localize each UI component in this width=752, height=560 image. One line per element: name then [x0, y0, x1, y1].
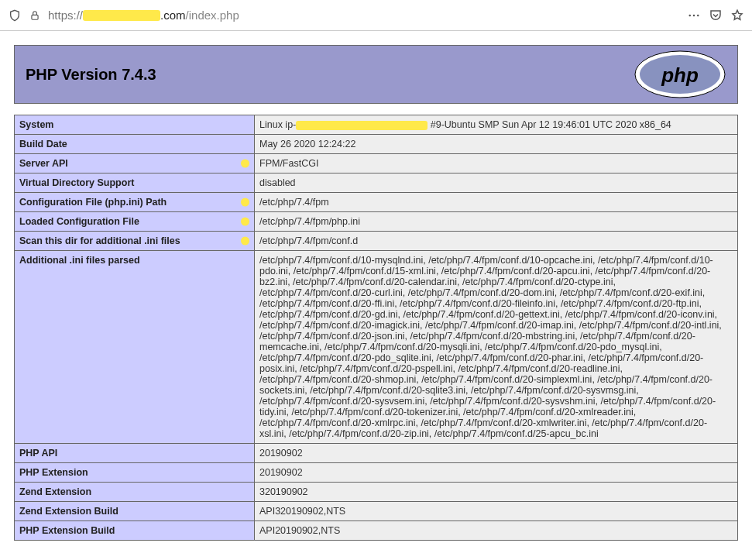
svg-rect-0	[32, 15, 38, 19]
row-value: Linux ip- #9-Ubuntu SMP Sun Apr 12 19:46…	[255, 115, 738, 135]
row-key: PHP API	[15, 444, 255, 463]
php-logo-icon: php	[634, 50, 726, 99]
table-row: Build DateMay 26 2020 12:24:22	[15, 135, 738, 154]
url-protocol: https://	[48, 9, 83, 22]
page-title: PHP Version 7.4.3	[26, 66, 156, 84]
row-value: API320190902,NTS	[255, 502, 738, 521]
row-key: Zend Extension	[15, 483, 255, 502]
svg-point-3	[697, 14, 699, 16]
row-key: Scan this dir for additional .ini files	[15, 232, 255, 251]
shield-icon[interactable]	[8, 9, 22, 22]
more-icon[interactable]	[687, 9, 701, 22]
bookmark-star-icon[interactable]	[730, 9, 744, 22]
page-content: PHP Version 7.4.3 php SystemLinux ip- #9…	[0, 31, 752, 555]
row-value: 320190902	[255, 483, 738, 502]
row-key: Configuration File (php.ini) Path	[15, 193, 255, 212]
table-row: Zend Extension320190902	[15, 483, 738, 502]
url-host-suffix: .com	[160, 9, 186, 22]
row-value: /etc/php/7.4/fpm/php.ini	[255, 212, 738, 232]
highlight-dot-icon	[241, 237, 249, 246]
row-value: /etc/php/7.4/fpm/conf.d/10-mysqlnd.ini, …	[255, 251, 738, 444]
table-row: Zend Extension BuildAPI320190902,NTS	[15, 502, 738, 521]
svg-point-2	[693, 14, 695, 16]
phpinfo-table: SystemLinux ip- #9-Ubuntu SMP Sun Apr 12…	[14, 115, 738, 541]
phpinfo-header: PHP Version 7.4.3 php	[14, 45, 738, 104]
highlight-dot-icon	[241, 218, 249, 226]
table-row: Additional .ini files parsed/etc/php/7.4…	[15, 251, 738, 444]
row-key: PHP Extension Build	[15, 521, 255, 541]
url-path: /index.php	[186, 9, 239, 22]
table-row: Configuration File (php.ini) Path/etc/ph…	[15, 193, 738, 212]
browser-addressbar: https://.com/index.php	[0, 0, 752, 31]
row-value: /etc/php/7.4/fpm/conf.d	[255, 232, 738, 251]
row-key: PHP Extension	[15, 463, 255, 483]
svg-point-1	[688, 14, 691, 16]
row-key: Additional .ini files parsed	[15, 251, 255, 444]
table-row: Scan this dir for additional .ini files/…	[15, 232, 738, 251]
row-key: Zend Extension Build	[15, 502, 255, 521]
row-value: /etc/php/7.4/fpm	[255, 193, 738, 212]
row-value: FPM/FastCGI	[255, 154, 738, 173]
redacted-host	[83, 10, 160, 21]
table-row: Loaded Configuration File/etc/php/7.4/fp…	[15, 212, 738, 232]
row-key: Virtual Directory Support	[15, 173, 255, 193]
row-key: System	[15, 115, 255, 135]
table-row: PHP Extension BuildAPI20190902,NTS	[15, 521, 738, 541]
row-key: Server API	[15, 154, 255, 173]
row-value: May 26 2020 12:24:22	[255, 135, 738, 154]
row-value: 20190902	[255, 463, 738, 483]
row-key: Build Date	[15, 135, 255, 154]
row-value: API20190902,NTS	[255, 521, 738, 541]
url-display[interactable]: https://.com/index.php	[48, 9, 681, 22]
row-value: 20190902	[255, 444, 738, 463]
row-value: disabled	[255, 173, 738, 193]
table-row: PHP Extension20190902	[15, 463, 738, 483]
row-key: Loaded Configuration File	[15, 212, 255, 232]
pocket-icon[interactable]	[709, 9, 723, 22]
redacted-value	[296, 121, 428, 130]
lock-icon[interactable]	[28, 9, 42, 22]
highlight-dot-icon	[241, 160, 249, 168]
table-row: SystemLinux ip- #9-Ubuntu SMP Sun Apr 12…	[15, 115, 738, 135]
table-row: Server APIFPM/FastCGI	[15, 154, 738, 173]
table-row: PHP API20190902	[15, 444, 738, 463]
highlight-dot-icon	[241, 198, 249, 207]
svg-text:php: php	[661, 64, 699, 87]
table-row: Virtual Directory Supportdisabled	[15, 173, 738, 193]
